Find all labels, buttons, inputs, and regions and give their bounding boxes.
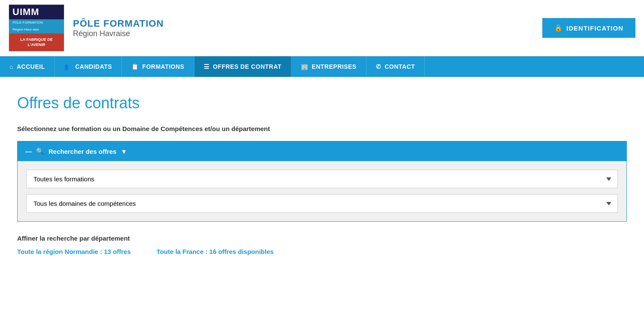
- main-content: Offres de contrats Sélectionnez une form…: [0, 77, 644, 264]
- department-links: Toute la région Normandie : 13 offres To…: [17, 248, 627, 255]
- logo-mid: PÔLE FORMATION: [9, 19, 64, 26]
- nav-contact[interactable]: ✆ CONTACT: [366, 56, 425, 77]
- lock-icon: 🔒: [554, 24, 563, 32]
- department-label: Affiner la recherche par département: [17, 235, 627, 242]
- normandie-link[interactable]: Toute la région Normandie : 13 offres: [17, 248, 131, 255]
- identification-button[interactable]: 🔒 IDENTIFICATION: [542, 18, 635, 38]
- nav-formations[interactable]: 📋 FORMATIONS: [122, 56, 194, 77]
- logo: UIMM PÔLE FORMATION Région Haur aise LA …: [9, 4, 64, 52]
- header-left: UIMM PÔLE FORMATION Région Haur aise LA …: [9, 4, 164, 52]
- search-header[interactable]: — 🔍 Rechercher des offres ▼: [18, 141, 626, 161]
- search-body: Toutes les formations Tous les domaines …: [18, 161, 626, 221]
- logo-region: Région Haur aise: [9, 26, 64, 33]
- nav-candidats[interactable]: 👥 CANDIDATS: [55, 56, 122, 77]
- nav-entreprises-label: ENTREPRISES: [312, 63, 357, 70]
- page-title: Offres de contrats: [17, 94, 627, 112]
- main-nav: ⌂ ACCUEIL 👥 CANDIDATS 📋 FORMATIONS ☰ OFF…: [0, 56, 644, 77]
- logo-brand: UIMM: [9, 5, 64, 19]
- phone-icon: ✆: [376, 63, 381, 70]
- logo-tagline: LA FABRIQUE DE L'AVENIR: [9, 34, 64, 51]
- site-title-main: PÔLE FORMATION: [73, 18, 164, 29]
- page-subtitle: Sélectionnez une formation ou un Domaine…: [17, 125, 627, 132]
- people-icon: 👥: [64, 63, 72, 70]
- minus-icon: —: [25, 148, 32, 155]
- nav-contact-label: CONTACT: [384, 63, 415, 70]
- nav-candidats-label: CANDIDATS: [75, 63, 112, 70]
- chevron-down-icon: ▼: [121, 148, 127, 155]
- site-title-sub: Région Havraise: [73, 29, 164, 38]
- nav-accueil-label: ACCUEIL: [17, 63, 45, 70]
- nav-formations-label: FORMATIONS: [142, 63, 184, 70]
- nav-offres-contrat[interactable]: ☰ OFFRES DE CONTRAT: [194, 56, 291, 77]
- doc-icon: 📋: [131, 63, 139, 70]
- nav-entreprises[interactable]: 🏢 ENTREPRISES: [291, 56, 366, 77]
- france-link[interactable]: Toute la France : 16 offres disponibles: [157, 248, 274, 255]
- list-icon: ☰: [204, 63, 210, 70]
- search-container: — 🔍 Rechercher des offres ▼ Toutes les f…: [17, 141, 627, 222]
- house-icon: ⌂: [9, 63, 13, 70]
- building-icon: 🏢: [301, 63, 308, 70]
- search-header-label: Rechercher des offres: [48, 148, 116, 155]
- nav-accueil[interactable]: ⌂ ACCUEIL: [0, 56, 55, 77]
- identification-label: IDENTIFICATION: [566, 24, 623, 32]
- site-title: PÔLE FORMATION Région Havraise: [73, 18, 164, 38]
- domaine-select[interactable]: Tous les domaines de compétences: [26, 194, 618, 213]
- formation-select[interactable]: Toutes les formations: [26, 170, 618, 188]
- header: UIMM PÔLE FORMATION Région Haur aise LA …: [0, 0, 644, 56]
- search-icon: 🔍: [36, 147, 44, 155]
- nav-offres-label: OFFRES DE CONTRAT: [213, 63, 281, 70]
